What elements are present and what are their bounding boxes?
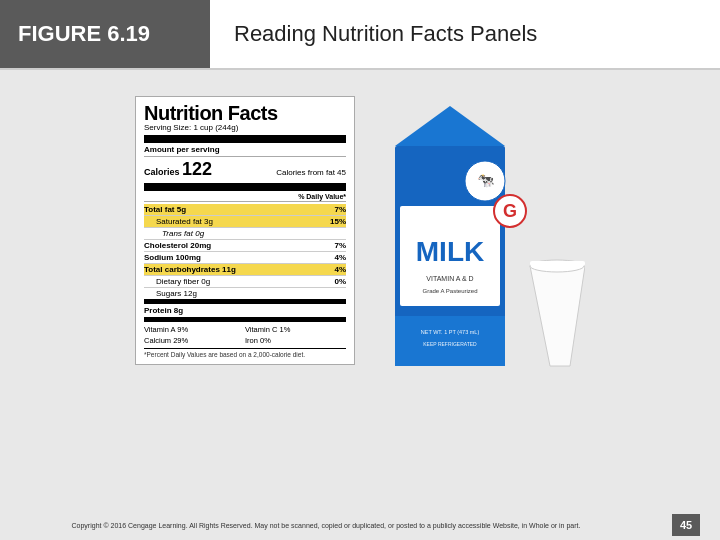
nf-vitamin-c: Vitamin C 1% xyxy=(245,324,346,335)
nf-row-total-fat: Total fat 5g 7% xyxy=(144,204,346,216)
svg-text:Grade A Pasteurized: Grade A Pasteurized xyxy=(422,288,477,294)
nf-protein-row: Protein 8g xyxy=(144,306,346,322)
nf-protein-label: Protein 8g xyxy=(144,306,183,315)
nf-dv-header: % Daily Value* xyxy=(144,193,346,202)
nf-vitamin-a: Vitamin A 9% xyxy=(144,324,245,335)
nf-footnote: *Percent Daily Values are based on a 2,0… xyxy=(144,351,346,358)
nf-row-total-carbs: Total carbohydrates 11g 4% xyxy=(144,264,346,276)
nf-calories-row: Calories 122 Calories from fat 45 xyxy=(144,159,346,191)
nf-row-cholesterol: Cholesterol 20mg 7% xyxy=(144,240,346,252)
nf-row-dietary-fiber: Dietary fiber 0g 0% xyxy=(144,276,346,288)
nf-iron: Iron 0% xyxy=(245,335,346,346)
page-title: Reading Nutrition Facts Panels xyxy=(210,0,720,68)
svg-marker-1 xyxy=(395,106,505,146)
nf-serving-label: Serving Size: xyxy=(144,123,191,132)
nf-calories-fat: Calories from fat 45 xyxy=(276,168,346,177)
nf-serving-value: 1 cup (244g) xyxy=(193,123,238,132)
svg-text:VITAMIN A & D: VITAMIN A & D xyxy=(426,275,473,282)
nf-vitamins: Vitamin A 9% Vitamin C 1% Calcium 29% Ir… xyxy=(144,324,346,349)
svg-text:NET WT. 1 PT (473 mL): NET WT. 1 PT (473 mL) xyxy=(421,329,480,335)
nf-row-trans-fat: Trans fat 0g xyxy=(144,228,346,240)
nf-amount-per-serving: Amount per serving xyxy=(144,145,346,157)
nf-calories-label: Calories xyxy=(144,167,180,177)
figure-label: FIGURE 6.19 xyxy=(0,0,210,68)
nutrition-facts-panel: Nutrition Facts Serving Size: 1 cup (244… xyxy=(135,96,355,365)
svg-text:🐄: 🐄 xyxy=(477,172,495,189)
page-number: 45 xyxy=(672,514,700,536)
milk-carton-image: MILK VITAMIN A & D Grade A Pasteurized 🐄… xyxy=(365,86,585,406)
svg-text:G: G xyxy=(503,201,517,221)
main-content: Nutrition Facts Serving Size: 1 cup (244… xyxy=(0,70,720,510)
copyright-text: Copyright © 2016 Cengage Learning. All R… xyxy=(20,522,632,529)
nf-fat-value: 45 xyxy=(337,168,346,177)
nf-calories-value: 122 xyxy=(182,159,212,179)
svg-text:KEEP REFRIGERATED: KEEP REFRIGERATED xyxy=(423,341,477,347)
nf-title: Nutrition Facts xyxy=(144,103,346,123)
svg-marker-13 xyxy=(530,266,585,366)
nf-fat-label: Calories from fat xyxy=(276,168,335,177)
nf-row-sugars: Sugars 12g xyxy=(144,288,346,304)
svg-rect-15 xyxy=(530,261,585,266)
header: FIGURE 6.19 Reading Nutrition Facts Pane… xyxy=(0,0,720,68)
nf-serving: Serving Size: 1 cup (244g) xyxy=(144,123,346,143)
nf-calcium: Calcium 29% xyxy=(144,335,245,346)
nf-row-saturated-fat: Saturated fat 3g 15% xyxy=(144,216,346,228)
svg-text:MILK: MILK xyxy=(416,236,484,267)
footer: Copyright © 2016 Cengage Learning. All R… xyxy=(0,510,720,540)
nf-row-sodium: Sodium 100mg 4% xyxy=(144,252,346,264)
